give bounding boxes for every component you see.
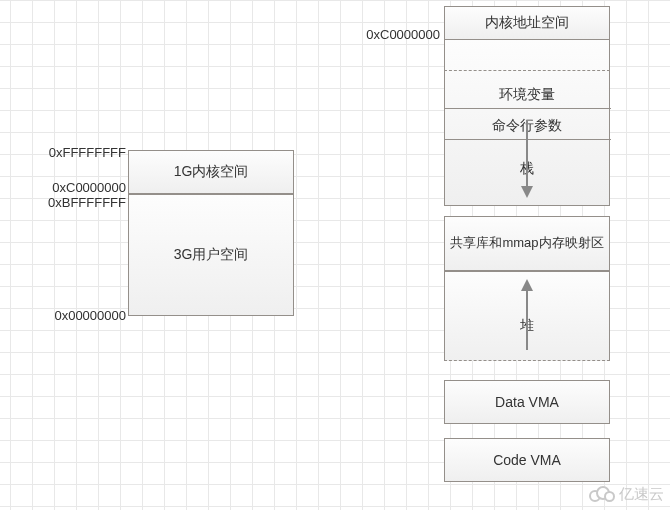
- seg-kernel-space: 内核地址空间: [444, 6, 610, 40]
- address-label-bf: 0xBFFFFFFF: [16, 195, 126, 210]
- dashed-heap-bottom: [444, 360, 610, 361]
- divider-env-args: [445, 108, 611, 109]
- stack-arrow-head: [521, 186, 533, 198]
- seg-code-vma-label: Code VMA: [493, 452, 561, 468]
- address-label-c0: 0xC0000000: [16, 180, 126, 195]
- seg-data-vma: Data VMA: [444, 380, 610, 424]
- dashed-upper: [444, 70, 610, 71]
- seg-env-vars-label: 环境变量: [445, 86, 609, 104]
- watermark-text: 亿速云: [619, 485, 664, 504]
- kernel-space-box: 1G内核空间: [128, 150, 294, 194]
- heap-arrow-shaft: [526, 290, 528, 350]
- seg-code-vma: Code VMA: [444, 438, 610, 482]
- heap-arrow-head: [521, 279, 533, 291]
- seg-shared-mmap-label: 共享库和mmap内存映射区: [450, 235, 603, 252]
- seg-shared-mmap: 共享库和mmap内存映射区: [444, 216, 610, 271]
- kernel-space-label: 1G内核空间: [174, 163, 249, 181]
- cloud-icon: [589, 486, 615, 504]
- address-label-bottom: 0x00000000: [16, 308, 126, 323]
- address-label-top: 0xFFFFFFFF: [16, 145, 126, 160]
- stack-arrow-shaft: [526, 120, 528, 188]
- seg-data-vma-label: Data VMA: [495, 394, 559, 410]
- user-space-box: 3G用户空间: [128, 194, 294, 316]
- right-address-top: 0xC0000000: [330, 27, 440, 42]
- seg-kernel-space-label: 内核地址空间: [485, 14, 569, 32]
- user-space-label: 3G用户空间: [174, 246, 249, 264]
- divider-args-stack: [445, 139, 611, 140]
- watermark: 亿速云: [589, 485, 664, 504]
